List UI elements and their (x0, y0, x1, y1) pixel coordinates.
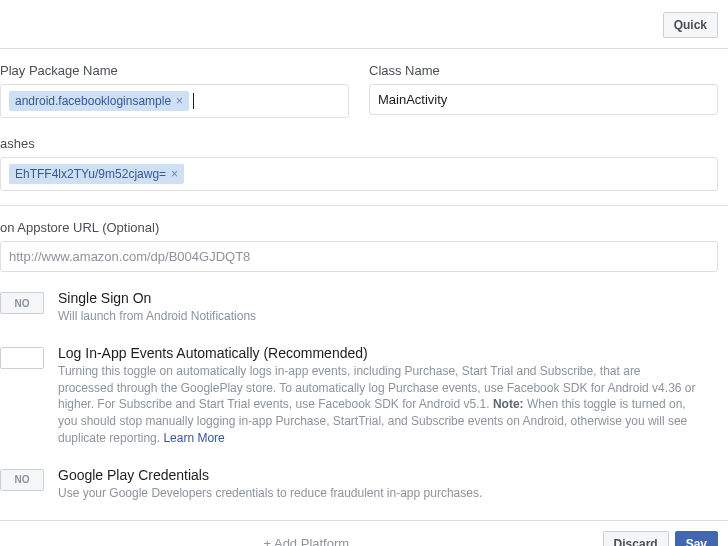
hashes-text-input[interactable] (188, 167, 709, 182)
sso-desc: Will launch from Android Notifications (58, 308, 698, 325)
text-cursor (193, 93, 194, 109)
remove-tag-icon[interactable]: × (176, 95, 183, 107)
amazon-url-input[interactable] (0, 241, 718, 272)
quick-button[interactable]: Quick (663, 12, 718, 38)
hash-tag: EhTFF4lx2TYu/9m52cjawg= × (9, 164, 184, 184)
package-name-label: Play Package Name (0, 63, 349, 78)
log-events-title: Log In-App Events Automatically (Recomme… (58, 345, 718, 361)
tag-text: EhTFF4lx2TYu/9m52cjawg= (15, 167, 166, 181)
discard-button[interactable]: Discard (603, 531, 669, 546)
remove-tag-icon[interactable]: × (171, 168, 178, 180)
package-name-tag: android.facebookloginsample × (9, 91, 189, 111)
package-name-text-input[interactable] (198, 94, 340, 109)
hashes-input[interactable]: EhTFF4lx2TYu/9m52cjawg= × (0, 157, 718, 191)
log-events-desc: Turning this toggle on automatically log… (58, 363, 698, 447)
amazon-url-label: on Appstore URL (Optional) (0, 220, 718, 235)
log-events-toggle[interactable] (0, 347, 44, 369)
footer: + Add Platform Discard Sav (0, 520, 728, 546)
tag-text: android.facebookloginsample (15, 94, 171, 108)
gplay-title: Google Play Credentials (58, 467, 718, 483)
class-name-input[interactable] (369, 84, 718, 115)
hashes-label: ashes (0, 136, 718, 151)
gplay-toggle[interactable]: NO (0, 469, 44, 491)
sso-toggle[interactable]: No (0, 292, 44, 314)
add-platform-button[interactable]: + Add Platform (10, 536, 603, 546)
learn-more-link[interactable]: Learn More (163, 431, 224, 445)
package-name-input[interactable]: android.facebookloginsample × (0, 84, 349, 118)
top-bar: Quick (0, 0, 728, 49)
save-button[interactable]: Sav (675, 531, 718, 546)
class-name-label: Class Name (369, 63, 718, 78)
sso-title: Single Sign On (58, 290, 718, 306)
gplay-desc: Use your Google Developers credentials t… (58, 485, 698, 502)
